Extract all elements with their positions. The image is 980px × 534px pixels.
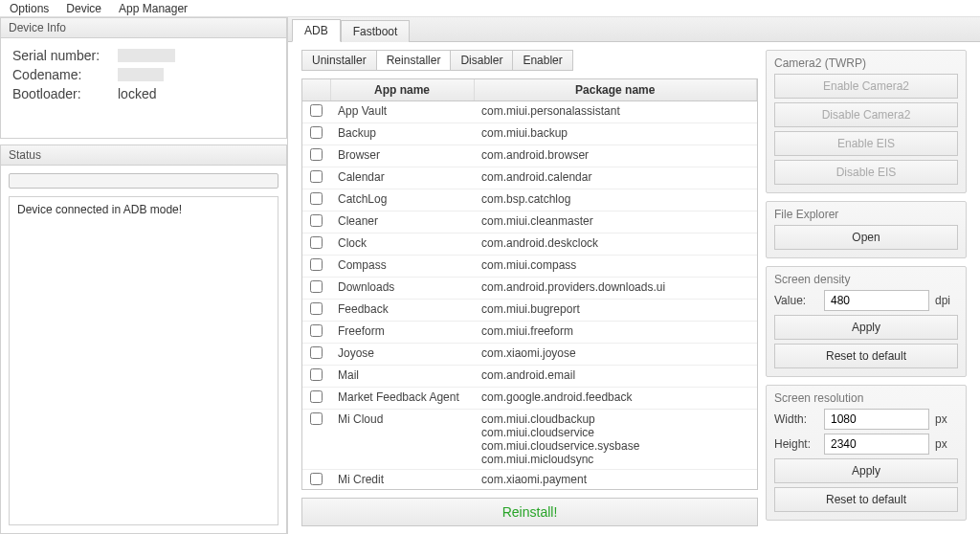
row-checkbox[interactable] bbox=[310, 258, 323, 271]
table-row: App Vaultcom.miui.personalassistant bbox=[302, 101, 757, 123]
device-info-panel: Serial number: Codename: Bootloader: loc… bbox=[0, 38, 287, 139]
package-name-cell: com.android.providers.downloads.ui bbox=[474, 278, 757, 300]
device-info-title: Device Info bbox=[0, 17, 287, 38]
app-name-cell: Feedback bbox=[330, 300, 474, 322]
package-name-cell: com.bsp.catchlog bbox=[474, 189, 757, 211]
file-explorer-title: File Explorer bbox=[774, 208, 958, 221]
status-title: Status bbox=[0, 145, 287, 166]
package-name-cell: com.xiaomi.payment bbox=[474, 470, 757, 491]
reinstall-button[interactable]: Reinstall! bbox=[301, 498, 758, 526]
resolution-height-label: Height: bbox=[774, 437, 818, 451]
table-row: Mi Creditcom.xiaomi.payment bbox=[302, 470, 757, 491]
serial-label: Serial number: bbox=[12, 48, 118, 63]
app-name-cell: Browser bbox=[330, 145, 474, 167]
density-reset-button[interactable]: Reset to default bbox=[774, 344, 958, 368]
row-checkbox[interactable] bbox=[310, 368, 323, 381]
menu-device[interactable]: Device bbox=[66, 2, 101, 15]
package-name-cell: com.xiaomi.joyose bbox=[474, 344, 757, 366]
row-checkbox[interactable] bbox=[310, 148, 323, 161]
status-text: Device connected in ADB mode! bbox=[9, 196, 278, 525]
serial-value-redacted bbox=[118, 49, 175, 62]
resolution-title: Screen resolution bbox=[774, 391, 958, 405]
table-row: Mailcom.android.email bbox=[302, 366, 757, 388]
tab-fastboot[interactable]: Fastboot bbox=[341, 20, 411, 42]
menu-options[interactable]: Options bbox=[10, 2, 49, 15]
col-app-name[interactable]: App name bbox=[330, 79, 474, 101]
row-checkbox[interactable] bbox=[310, 412, 323, 425]
row-checkbox[interactable] bbox=[310, 324, 323, 337]
row-checkbox[interactable] bbox=[310, 126, 323, 139]
package-name-cell: com.miui.backup bbox=[474, 123, 757, 145]
table-row: Market Feedback Agentcom.google.android.… bbox=[302, 388, 757, 410]
app-name-cell: Freeform bbox=[330, 322, 474, 344]
disable-camera2-button[interactable]: Disable Camera2 bbox=[774, 102, 958, 127]
table-row: Freeformcom.miui.freeform bbox=[302, 322, 757, 344]
app-table-container[interactable]: App name Package name App Vaultcom.miui.… bbox=[301, 78, 758, 490]
app-name-cell: Mail bbox=[330, 366, 474, 388]
open-file-explorer-button[interactable]: Open bbox=[774, 225, 958, 250]
row-checkbox[interactable] bbox=[310, 170, 323, 183]
codename-label: Codename: bbox=[12, 67, 118, 82]
row-checkbox[interactable] bbox=[310, 236, 323, 249]
row-checkbox[interactable] bbox=[310, 214, 323, 227]
resolution-apply-button[interactable]: Apply bbox=[774, 458, 958, 483]
package-name-cell: com.android.browser bbox=[474, 145, 757, 167]
app-name-cell: CatchLog bbox=[330, 189, 474, 211]
package-name-cell: com.miui.cleanmaster bbox=[474, 211, 757, 234]
tab-adb[interactable]: ADB bbox=[292, 19, 341, 42]
app-name-cell: App Vault bbox=[330, 101, 474, 123]
density-unit: dpi bbox=[935, 294, 958, 307]
package-name-cell: com.miui.personalassistant bbox=[474, 101, 757, 123]
row-checkbox[interactable] bbox=[310, 192, 323, 205]
density-input[interactable] bbox=[824, 290, 929, 311]
table-row: Downloadscom.android.providers.downloads… bbox=[302, 278, 757, 300]
table-row: Mi Cloudcom.miui.cloudbackup com.miui.cl… bbox=[302, 410, 757, 470]
resolution-width-unit: px bbox=[935, 412, 958, 426]
enable-camera2-button[interactable]: Enable Camera2 bbox=[774, 74, 958, 99]
subtab-disabler[interactable]: Disabler bbox=[451, 50, 513, 71]
app-name-cell: Mi Credit bbox=[330, 470, 474, 491]
camera2-group: Camera2 (TWRP) Enable Camera2 Disable Ca… bbox=[766, 50, 967, 193]
subtab-reinstaller[interactable]: Reinstaller bbox=[377, 50, 452, 71]
subtab-uninstaller[interactable]: Uninstaller bbox=[301, 50, 377, 71]
table-row: CatchLogcom.bsp.catchlog bbox=[302, 189, 757, 211]
menubar: Options Device App Manager bbox=[0, 0, 980, 17]
row-checkbox[interactable] bbox=[310, 473, 323, 485]
enable-eis-button[interactable]: Enable EIS bbox=[774, 131, 958, 156]
package-name-cell: com.miui.bugreport bbox=[474, 300, 757, 322]
disable-eis-button[interactable]: Disable EIS bbox=[774, 160, 958, 185]
col-package-name[interactable]: Package name bbox=[474, 79, 757, 101]
package-name-cell: com.miui.compass bbox=[474, 256, 757, 278]
menu-app-manager[interactable]: App Manager bbox=[119, 2, 188, 15]
bootloader-label: Bootloader: bbox=[12, 86, 118, 101]
app-name-cell: Market Feedback Agent bbox=[330, 388, 474, 410]
row-checkbox[interactable] bbox=[310, 104, 323, 117]
row-checkbox[interactable] bbox=[310, 280, 323, 293]
app-name-cell: Joyose bbox=[330, 344, 474, 366]
package-name-cell: com.android.calendar bbox=[474, 167, 757, 189]
table-row: Joyosecom.xiaomi.joyose bbox=[302, 344, 757, 366]
resolution-height-unit: px bbox=[935, 437, 958, 451]
resolution-height-input[interactable] bbox=[824, 434, 929, 455]
density-apply-button[interactable]: Apply bbox=[774, 315, 958, 340]
app-name-cell: Calendar bbox=[330, 167, 474, 189]
app-name-cell: Cleaner bbox=[330, 211, 474, 234]
status-panel: Device connected in ADB mode! bbox=[0, 166, 287, 534]
package-name-cell: com.miui.cloudbackup com.miui.cloudservi… bbox=[474, 410, 757, 470]
table-row: Calendarcom.android.calendar bbox=[302, 167, 757, 189]
row-checkbox[interactable] bbox=[310, 390, 323, 403]
resolution-width-input[interactable] bbox=[824, 409, 929, 430]
row-checkbox[interactable] bbox=[310, 302, 323, 315]
camera2-title: Camera2 (TWRP) bbox=[774, 56, 958, 70]
table-row: Backupcom.miui.backup bbox=[302, 123, 757, 145]
row-checkbox[interactable] bbox=[310, 346, 323, 359]
table-row: Cleanercom.miui.cleanmaster bbox=[302, 211, 757, 234]
table-row: Browsercom.android.browser bbox=[302, 145, 757, 167]
subtab-enabler[interactable]: Enabler bbox=[513, 50, 572, 71]
codename-value-redacted bbox=[118, 68, 164, 81]
table-row: Feedbackcom.miui.bugreport bbox=[302, 300, 757, 322]
app-name-cell: Mi Cloud bbox=[330, 410, 474, 470]
density-title: Screen density bbox=[774, 273, 958, 286]
table-row: Compasscom.miui.compass bbox=[302, 256, 757, 278]
resolution-reset-button[interactable]: Reset to default bbox=[774, 487, 958, 512]
